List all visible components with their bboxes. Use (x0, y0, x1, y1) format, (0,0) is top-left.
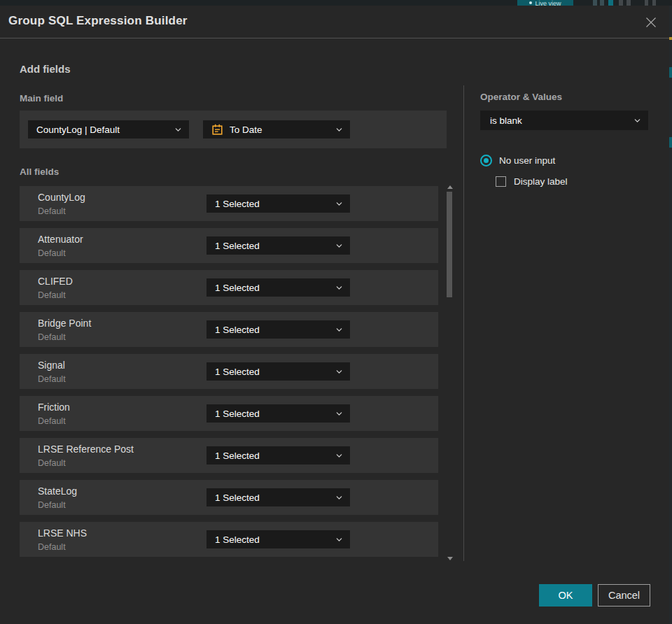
add-fields-heading: Add fields (20, 63, 71, 75)
field-info: Friction Default (38, 402, 206, 426)
device-toggle-bar-icon (619, 0, 623, 6)
field-subtitle: Default (38, 332, 206, 342)
ok-button[interactable]: OK (539, 584, 592, 607)
live-view-button[interactable]: Live view (517, 0, 573, 6)
main-field-type-dropdown[interactable]: To Date (203, 120, 350, 139)
all-fields-label: All fields (20, 166, 59, 177)
group-sql-expression-builder-dialog: Group SQL Expression Builder Add fields … (0, 6, 669, 624)
field-selected-value: 1 Selected (215, 492, 260, 503)
field-subtitle: Default (38, 416, 206, 426)
chevron-down-icon (335, 242, 343, 250)
field-selected-dropdown[interactable]: 1 Selected (206, 404, 350, 423)
dialog-header: Group SQL Expression Builder (0, 6, 669, 38)
device-toggle-bar-icon (626, 0, 631, 6)
field-selected-value: 1 Selected (215, 409, 260, 419)
display-label-text: Display label (514, 176, 568, 187)
field-row: Bridge Point Default 1 Selected (20, 312, 438, 347)
scroll-up-arrow[interactable] (447, 185, 453, 189)
close-icon[interactable] (641, 13, 661, 32)
main-field-type-value: To Date (230, 125, 262, 135)
field-subtitle: Default (38, 500, 206, 510)
field-info: StateLog Default (38, 485, 206, 510)
device-toggle-bar-icon (652, 0, 656, 6)
field-name: Bridge Point (38, 318, 206, 329)
chevron-down-icon (634, 117, 641, 125)
scroll-thumb[interactable] (447, 192, 452, 297)
field-name: LRSE NHS (38, 527, 206, 539)
field-selected-dropdown[interactable]: 1 Selected (206, 488, 350, 506)
field-subtitle: Default (38, 206, 206, 216)
no-user-input-radio[interactable] (480, 155, 492, 166)
chevron-down-icon (335, 452, 343, 460)
field-selected-value: 1 Selected (215, 325, 260, 335)
display-label-checkbox[interactable] (496, 176, 506, 187)
field-row: CLIFED Default 1 Selected (20, 270, 438, 305)
field-row: Attenuator Default 1 Selected (20, 228, 438, 263)
chevron-down-icon (335, 368, 343, 376)
field-selected-value: 1 Selected (215, 241, 260, 251)
device-toggle-bar-icon (600, 0, 604, 6)
main-field-source-dropdown[interactable]: CountyLog | Default (28, 120, 189, 139)
field-selected-dropdown[interactable]: 1 Selected (206, 278, 350, 297)
chevron-down-icon (335, 494, 343, 502)
field-info: CLIFED Default (38, 276, 206, 300)
operator-values-label: Operator & Values (480, 92, 562, 102)
backdrop-fragment (669, 67, 672, 78)
field-name: Signal (38, 360, 206, 371)
field-subtitle: Default (38, 374, 206, 384)
no-user-input-option: No user input (480, 155, 555, 166)
field-info: LRSE Reference Post Default (38, 444, 206, 468)
field-selected-dropdown[interactable]: 1 Selected (206, 236, 350, 255)
dialog-title: Group SQL Expression Builder (8, 14, 188, 28)
display-label-option: Display label (496, 176, 568, 187)
field-name: Attenuator (38, 234, 206, 245)
field-subtitle: Default (38, 542, 206, 552)
field-info: Bridge Point Default (38, 318, 206, 342)
field-info: Attenuator Default (38, 234, 206, 258)
live-view-label: Live view (535, 0, 561, 6)
backdrop-fragment (669, 137, 672, 148)
scroll-down-arrow[interactable] (447, 557, 453, 560)
operator-value: is blank (490, 115, 522, 126)
field-row: StateLog Default 1 Selected (20, 480, 438, 515)
cancel-button[interactable]: Cancel (598, 584, 650, 607)
chevron-down-icon (174, 126, 182, 134)
device-toggle-bar-icon (608, 0, 613, 6)
field-selected-dropdown[interactable]: 1 Selected (206, 530, 350, 548)
field-selected-value: 1 Selected (215, 367, 260, 377)
field-subtitle: Default (38, 290, 206, 300)
field-name: CountyLog (38, 192, 206, 203)
calendar-icon (211, 124, 223, 136)
field-info: CountyLog Default (38, 192, 206, 216)
field-selected-dropdown[interactable]: 1 Selected (206, 194, 350, 213)
all-fields-list: CountyLog Default 1 Selected Attenuator … (20, 186, 438, 557)
chevron-down-icon (335, 126, 343, 134)
main-field-panel: CountyLog | Default To Date (20, 111, 447, 148)
field-name: StateLog (38, 485, 206, 497)
backdrop-fragment (669, 37, 672, 40)
chevron-down-icon (335, 326, 343, 334)
device-toggle-bar-icon (645, 0, 648, 6)
field-name: CLIFED (38, 276, 206, 287)
main-field-label: Main field (20, 93, 63, 104)
operator-dropdown[interactable]: is blank (480, 111, 648, 130)
device-toggle-bar-icon (593, 0, 597, 6)
panel-divider (463, 85, 464, 561)
field-selected-dropdown[interactable]: 1 Selected (206, 320, 350, 339)
backdrop-right-strip (669, 6, 672, 624)
backdrop-app-header: Live view (0, 0, 672, 6)
field-row: CountyLog Default 1 Selected (20, 186, 438, 221)
field-selected-dropdown[interactable]: 1 Selected (206, 362, 350, 381)
chevron-down-icon (335, 536, 343, 544)
field-name: LRSE Reference Post (38, 444, 206, 455)
field-subtitle: Default (38, 248, 206, 258)
field-selected-dropdown[interactable]: 1 Selected (206, 446, 350, 465)
field-name: Friction (38, 402, 206, 413)
field-info: Signal Default (38, 360, 206, 384)
field-selected-value: 1 Selected (215, 534, 260, 545)
field-info: LRSE NHS Default (38, 527, 206, 552)
main-field-source-value: CountyLog | Default (36, 125, 120, 135)
field-row: Signal Default 1 Selected (20, 354, 438, 389)
field-selected-value: 1 Selected (215, 283, 260, 293)
chevron-down-icon (335, 284, 343, 292)
